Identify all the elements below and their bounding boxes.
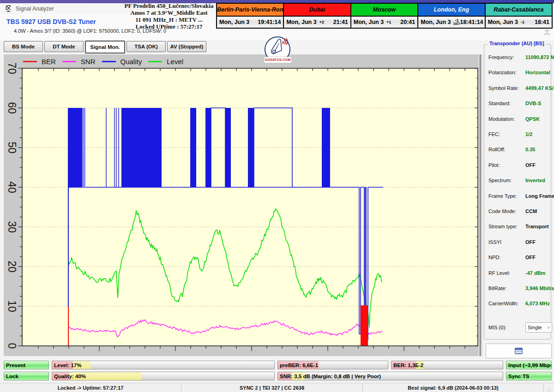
bar-input-3-99-mbps: Input (~3,99 Mbps) bbox=[506, 361, 552, 369]
quality-light-block bbox=[82, 108, 85, 187]
field-bitrate: BitRate:3,946 Mbit/s bbox=[488, 285, 548, 292]
bar-level-17: Level: 17% bbox=[52, 361, 275, 369]
y-axis-label: 30 bbox=[6, 221, 18, 233]
plot-area: 010203040506070 bbox=[4, 54, 479, 356]
field-label: Modulation: bbox=[488, 116, 515, 122]
field-npd: NPD:OFF bbox=[488, 255, 548, 261]
world-clocks: Berlin-Paris-Vienna-RomaMon, Jun 319:41:… bbox=[216, 3, 553, 29]
bar-snr-3-5-db-margin-0-8-db-very-poor: SNR: 3,5 dB (Margin: 0,8 dB | Very Poor) bbox=[277, 372, 503, 380]
field-rf-level: RF Level:-47 dBm bbox=[488, 270, 548, 277]
clock-date: Mon, Jun 3 bbox=[354, 19, 384, 25]
y-axis-label: 60 bbox=[6, 102, 18, 114]
bar-label: Sync TS bbox=[508, 374, 529, 379]
y-axis-label: 0 bbox=[6, 343, 18, 349]
quality-burst-block bbox=[121, 108, 162, 187]
field-label: FEC: bbox=[488, 131, 500, 137]
field-value: Inverted bbox=[525, 178, 545, 183]
clock-city-label: Rabat-Casablanca bbox=[486, 4, 552, 17]
field-value: OFF bbox=[525, 239, 536, 245]
field-label: NPD: bbox=[488, 255, 500, 260]
field-value: CCM bbox=[525, 208, 537, 214]
field-value: OFF bbox=[525, 162, 536, 168]
quality-burst-block bbox=[225, 108, 231, 187]
field-label: Frequency: bbox=[488, 54, 514, 60]
stream-list-icon bbox=[515, 348, 523, 354]
stream-log-button[interactable] bbox=[486, 344, 552, 358]
bar-sync-ts: Sync TS bbox=[506, 372, 552, 380]
clock-date: Mon, Jun 3 bbox=[286, 19, 316, 25]
field-value: QPSK bbox=[525, 116, 540, 122]
signal-monitor-chart: BERSNRQualityLevel 010203040506070 bbox=[4, 54, 479, 356]
field-value: 11090,872 MHz bbox=[525, 54, 554, 60]
clock-rabat-casablanca: Rabat-CasablancaMon, Jun 3-118:41 bbox=[485, 4, 552, 28]
field-label: Frame Type: bbox=[488, 193, 517, 199]
clock-utc-offset: -1 bbox=[521, 20, 524, 24]
field-value: -47 dBm bbox=[525, 270, 545, 276]
field-value: 3,946 Mbit/s bbox=[525, 285, 554, 291]
field-code-mode: Code Mode:CCM bbox=[488, 208, 548, 215]
status-bar: Locked -> Uptime: 57:27:17 SYNC 2 | TEI … bbox=[0, 383, 554, 392]
field-label: BitRate: bbox=[488, 285, 506, 291]
clock-date: Mon, Jun 3 bbox=[219, 19, 249, 25]
vertical-splitter[interactable] bbox=[480, 54, 482, 356]
field-label: CarrierWidth: bbox=[488, 301, 518, 306]
field-label: Polarization: bbox=[488, 70, 517, 75]
mis-dropdown[interactable]: Single˅ bbox=[525, 322, 552, 333]
clock-utc-offset: -1DST bbox=[454, 18, 460, 26]
clock-city-label: London, Eng bbox=[418, 4, 484, 17]
y-axis-label: 50 bbox=[6, 142, 18, 154]
ber-error-block bbox=[361, 305, 368, 346]
field-label: RollOff: bbox=[488, 147, 505, 152]
clock-time-row: Mon, Jun 3-118:41 bbox=[486, 17, 552, 28]
clock-time-row: Mon, Jun 3+120:41 bbox=[351, 17, 417, 28]
field-label: RF Level: bbox=[488, 270, 510, 276]
field-value: 0.35 bbox=[525, 147, 535, 152]
field-carrierwidth: CarrierWidth:6,073 MHz bbox=[488, 301, 548, 307]
field-fec: FEC:1/2 bbox=[488, 131, 548, 138]
clock-moscow: MoscowMon, Jun 3+120:41 bbox=[350, 4, 417, 28]
field-rolloff: RollOff:0.35 bbox=[488, 147, 548, 153]
field-frequency: Frequency:11090,872 MHz bbox=[488, 54, 548, 61]
field-value: 6,073 MHz bbox=[525, 301, 550, 306]
field-label: ISSYI bbox=[488, 239, 501, 245]
field-label: Spectrum: bbox=[488, 178, 512, 183]
status-meter-bars: PresentLevel: 17%preBER: 6,6E-1BER: 1,3E… bbox=[0, 361, 554, 381]
mis-value: Single bbox=[528, 325, 542, 330]
quality-burst-block bbox=[322, 108, 330, 187]
field-issyi: ISSYIOFF bbox=[488, 239, 548, 246]
satellite-dish-icon bbox=[6, 5, 13, 12]
statusbar-uptime: Locked -> Uptime: 57:27:17 bbox=[0, 383, 181, 392]
clock-time: 18:41 bbox=[535, 19, 549, 25]
quality-burst-block bbox=[68, 108, 82, 187]
site-info-line: 11 091 MHz_H : METV ... bbox=[121, 16, 217, 23]
tab-bs-mode[interactable]: BS Mode bbox=[4, 41, 43, 52]
antenna-icon bbox=[543, 29, 551, 35]
tab-tsa-ok[interactable]: TSA (OK) bbox=[126, 41, 166, 52]
quality-burst-block bbox=[190, 108, 196, 187]
tab-signal-mon[interactable]: Signal Mon. bbox=[85, 41, 125, 53]
field-value: 1/2 bbox=[525, 131, 532, 137]
tab-av-stopped[interactable]: AV (Stopped) bbox=[167, 41, 206, 52]
clock-date: Mon, Jun 3 bbox=[488, 19, 518, 25]
clock-berlin-paris-vienna-roma: Berlin-Paris-Vienna-RomaMon, Jun 319:41:… bbox=[217, 4, 283, 28]
tab-dt-mode[interactable]: DT Mode bbox=[44, 41, 84, 52]
bar-label: Lock bbox=[6, 374, 18, 379]
field-modulation: Modulation:QPSK bbox=[488, 116, 548, 123]
field-label: Code Mode: bbox=[488, 208, 516, 214]
field-value: 4499,47 KS/s bbox=[525, 85, 554, 91]
clock-time-row: Mon, Jun 3+221:41 bbox=[284, 17, 350, 28]
field-value: Long Frame bbox=[525, 193, 554, 199]
site-info-block: PF Prodelin 450_Lučenec/SlovakiaAmos 7 a… bbox=[121, 2, 217, 30]
y-axis-label: 70 bbox=[6, 62, 18, 74]
field-standard: Standard:DVB-S bbox=[488, 101, 548, 107]
y-axis-label: 40 bbox=[6, 181, 18, 193]
bar-label: Input (~3,99 Mbps) bbox=[508, 362, 552, 368]
bar-ber-1-3e-2: BER: 1,3E-2 bbox=[391, 361, 503, 369]
field-mis: MIS (0):Single˅ bbox=[488, 325, 548, 331]
chevron-down-icon: ˅ bbox=[547, 325, 550, 330]
site-info-line: PF Prodelin 450_Lučenec/Slovakia bbox=[121, 2, 217, 9]
field-value: Horizontal bbox=[525, 70, 550, 75]
clock-date: Mon, Jun 3 bbox=[421, 19, 451, 25]
resize-grip[interactable]: .:: bbox=[544, 383, 554, 392]
tuner-title: TBS 5927 USB DVB-S2 Tuner bbox=[6, 18, 96, 25]
